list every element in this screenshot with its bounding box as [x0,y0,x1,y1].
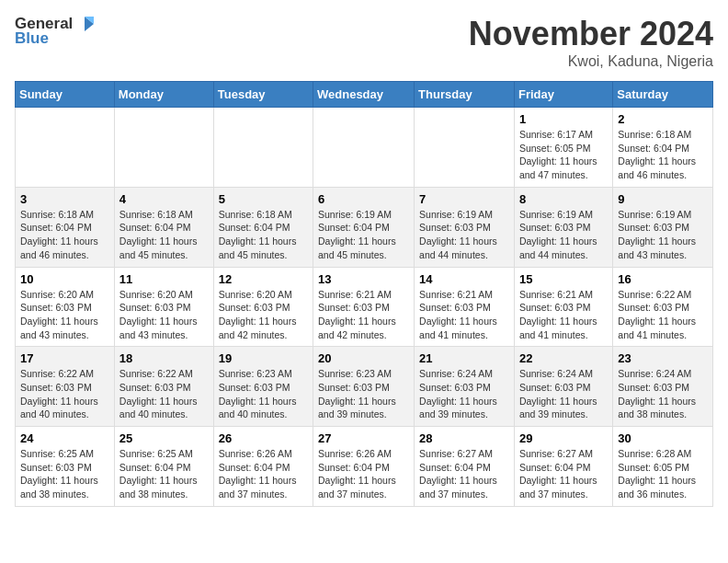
day-info: Sunrise: 6:22 AM Sunset: 6:03 PM Dayligh… [618,288,708,342]
day-info: Sunrise: 6:27 AM Sunset: 6:04 PM Dayligh… [519,447,608,501]
day-header-wednesday: Wednesday [313,82,415,108]
calendar-cell: 25Sunrise: 6:25 AM Sunset: 6:04 PM Dayli… [114,427,213,507]
day-number: 9 [618,192,708,206]
day-number: 14 [419,272,509,286]
calendar-cell: 8Sunrise: 6:19 AM Sunset: 6:03 PM Daylig… [514,187,612,267]
day-info: Sunrise: 6:20 AM Sunset: 6:03 PM Dayligh… [119,288,209,342]
day-info: Sunrise: 6:20 AM Sunset: 6:03 PM Dayligh… [219,288,308,342]
day-header-tuesday: Tuesday [213,82,313,108]
day-info: Sunrise: 6:27 AM Sunset: 6:04 PM Dayligh… [419,447,509,501]
day-number: 21 [419,351,509,365]
calendar-cell: 3Sunrise: 6:18 AM Sunset: 6:04 PM Daylig… [16,187,115,267]
calendar-table: SundayMondayTuesdayWednesdayThursdayFrid… [15,81,713,507]
calendar-cell: 13Sunrise: 6:21 AM Sunset: 6:03 PM Dayli… [313,267,415,347]
day-header-friday: Friday [514,82,612,108]
day-number: 15 [519,272,608,286]
calendar-cell: 28Sunrise: 6:27 AM Sunset: 6:04 PM Dayli… [415,427,515,507]
day-number: 27 [318,431,409,445]
day-number: 26 [219,431,308,445]
day-number: 2 [618,112,708,126]
day-number: 13 [318,272,409,286]
calendar-cell: 18Sunrise: 6:22 AM Sunset: 6:03 PM Dayli… [114,347,213,427]
day-number: 17 [20,351,109,365]
calendar-cell [114,108,213,188]
day-number: 19 [219,351,308,365]
day-info: Sunrise: 6:19 AM Sunset: 6:03 PM Dayligh… [519,208,608,262]
week-row-5: 24Sunrise: 6:25 AM Sunset: 6:03 PM Dayli… [16,427,713,507]
day-info: Sunrise: 6:23 AM Sunset: 6:03 PM Dayligh… [318,367,409,421]
day-number: 16 [618,272,708,286]
calendar-cell [415,108,515,188]
day-info: Sunrise: 6:25 AM Sunset: 6:04 PM Dayligh… [119,447,209,501]
day-number: 23 [618,351,708,365]
day-info: Sunrise: 6:21 AM Sunset: 6:03 PM Dayligh… [318,288,409,342]
day-header-monday: Monday [114,82,213,108]
day-number: 28 [419,431,509,445]
day-info: Sunrise: 6:21 AM Sunset: 6:03 PM Dayligh… [419,288,509,342]
day-info: Sunrise: 6:20 AM Sunset: 6:03 PM Dayligh… [20,288,109,342]
day-number: 6 [318,192,409,206]
day-info: Sunrise: 6:22 AM Sunset: 6:03 PM Dayligh… [20,367,109,421]
calendar-cell: 4Sunrise: 6:18 AM Sunset: 6:04 PM Daylig… [114,187,213,267]
week-row-3: 10Sunrise: 6:20 AM Sunset: 6:03 PM Dayli… [16,267,713,347]
day-info: Sunrise: 6:24 AM Sunset: 6:03 PM Dayligh… [618,367,708,421]
day-number: 30 [618,431,708,445]
day-info: Sunrise: 6:18 AM Sunset: 6:04 PM Dayligh… [20,208,109,262]
day-number: 20 [318,351,409,365]
day-number: 7 [419,192,509,206]
calendar-cell: 10Sunrise: 6:20 AM Sunset: 6:03 PM Dayli… [16,267,115,347]
day-info: Sunrise: 6:22 AM Sunset: 6:03 PM Dayligh… [119,367,209,421]
location-title: Kwoi, Kaduna, Nigeria [469,53,713,70]
day-number: 22 [519,351,608,365]
day-info: Sunrise: 6:26 AM Sunset: 6:04 PM Dayligh… [318,447,409,501]
day-info: Sunrise: 6:19 AM Sunset: 6:03 PM Dayligh… [419,208,509,262]
calendar-cell: 23Sunrise: 6:24 AM Sunset: 6:03 PM Dayli… [613,347,713,427]
day-info: Sunrise: 6:26 AM Sunset: 6:04 PM Dayligh… [219,447,308,501]
day-info: Sunrise: 6:18 AM Sunset: 6:04 PM Dayligh… [618,128,708,182]
calendar-cell: 11Sunrise: 6:20 AM Sunset: 6:03 PM Dayli… [114,267,213,347]
page-header: General Blue November 2024 Kwoi, Kaduna,… [15,15,713,70]
day-info: Sunrise: 6:23 AM Sunset: 6:03 PM Dayligh… [219,367,308,421]
calendar-cell: 5Sunrise: 6:18 AM Sunset: 6:04 PM Daylig… [213,187,313,267]
day-number: 10 [20,272,109,286]
calendar-cell: 12Sunrise: 6:20 AM Sunset: 6:03 PM Dayli… [213,267,313,347]
day-number: 12 [219,272,308,286]
calendar-cell [213,108,313,188]
calendar-cell: 24Sunrise: 6:25 AM Sunset: 6:03 PM Dayli… [16,427,115,507]
day-info: Sunrise: 6:21 AM Sunset: 6:03 PM Dayligh… [519,288,608,342]
day-info: Sunrise: 6:24 AM Sunset: 6:03 PM Dayligh… [519,367,608,421]
day-header-thursday: Thursday [415,82,515,108]
day-info: Sunrise: 6:28 AM Sunset: 6:05 PM Dayligh… [618,447,708,501]
calendar-cell: 1Sunrise: 6:17 AM Sunset: 6:05 PM Daylig… [514,108,612,188]
day-info: Sunrise: 6:19 AM Sunset: 6:03 PM Dayligh… [618,208,708,262]
week-row-1: 1Sunrise: 6:17 AM Sunset: 6:05 PM Daylig… [16,108,713,188]
day-number: 24 [20,431,109,445]
logo-bird-icon [74,16,95,32]
day-number: 5 [219,192,308,206]
calendar-cell: 22Sunrise: 6:24 AM Sunset: 6:03 PM Dayli… [514,347,612,427]
day-info: Sunrise: 6:25 AM Sunset: 6:03 PM Dayligh… [20,447,109,501]
week-row-4: 17Sunrise: 6:22 AM Sunset: 6:03 PM Dayli… [16,347,713,427]
calendar-cell: 29Sunrise: 6:27 AM Sunset: 6:04 PM Dayli… [514,427,612,507]
day-number: 8 [519,192,608,206]
day-number: 25 [119,431,209,445]
calendar-cell: 9Sunrise: 6:19 AM Sunset: 6:03 PM Daylig… [613,187,713,267]
day-number: 11 [119,272,209,286]
calendar-cell: 15Sunrise: 6:21 AM Sunset: 6:03 PM Dayli… [514,267,612,347]
day-info: Sunrise: 6:19 AM Sunset: 6:04 PM Dayligh… [318,208,409,262]
calendar-header-row: SundayMondayTuesdayWednesdayThursdayFrid… [16,82,713,108]
day-info: Sunrise: 6:24 AM Sunset: 6:03 PM Dayligh… [419,367,509,421]
calendar-cell: 21Sunrise: 6:24 AM Sunset: 6:03 PM Dayli… [415,347,515,427]
day-number: 4 [119,192,209,206]
calendar-cell [16,108,115,188]
day-header-sunday: Sunday [16,82,115,108]
day-number: 3 [20,192,109,206]
calendar-cell: 17Sunrise: 6:22 AM Sunset: 6:03 PM Dayli… [16,347,115,427]
calendar-cell: 19Sunrise: 6:23 AM Sunset: 6:03 PM Dayli… [213,347,313,427]
logo: General Blue [15,15,95,48]
calendar-cell: 7Sunrise: 6:19 AM Sunset: 6:03 PM Daylig… [415,187,515,267]
logo-blue-text: Blue [15,29,49,48]
calendar-cell [313,108,415,188]
day-number: 1 [519,112,608,126]
day-info: Sunrise: 6:18 AM Sunset: 6:04 PM Dayligh… [219,208,308,262]
